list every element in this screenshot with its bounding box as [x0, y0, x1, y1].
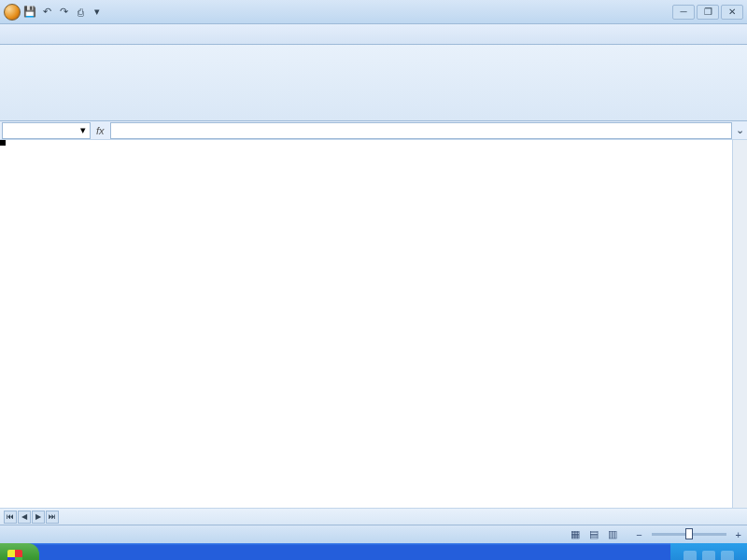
zoom-slider[interactable]: [652, 533, 726, 536]
sheet-nav-prev[interactable]: ◀: [18, 511, 31, 524]
tray-icon[interactable]: [702, 551, 715, 560]
formula-bar-row: ▾ fx ⌄: [0, 121, 747, 140]
vertical-scrollbar[interactable]: [732, 140, 747, 508]
zoom-out-button[interactable]: −: [636, 529, 641, 540]
start-button[interactable]: [0, 543, 39, 560]
windows-taskbar: [0, 543, 747, 560]
tray-icon[interactable]: [721, 551, 734, 560]
redo-icon[interactable]: ↷: [56, 5, 71, 20]
view-layout-icon[interactable]: ▤: [589, 528, 599, 540]
name-box[interactable]: ▾: [2, 122, 91, 139]
sheet-nav-next[interactable]: ▶: [32, 511, 45, 524]
fx-icon[interactable]: fx: [91, 125, 110, 136]
ribbon: [0, 45, 747, 121]
save-icon[interactable]: 💾: [22, 5, 37, 20]
view-break-icon[interactable]: ▥: [608, 528, 617, 540]
quick-access-toolbar: 💾 ↶ ↷ ⎙ ▾: [4, 4, 105, 21]
minimize-button[interactable]: ─: [672, 5, 695, 20]
print-icon[interactable]: ⎙: [73, 5, 88, 20]
restore-button[interactable]: ❐: [697, 5, 719, 20]
status-bar: ▦ ▤ ▥ − +: [0, 525, 747, 543]
office-button[interactable]: [4, 4, 21, 21]
undo-icon[interactable]: ↶: [39, 5, 54, 20]
formula-bar[interactable]: [110, 122, 732, 139]
close-button[interactable]: ✕: [721, 5, 743, 20]
formula-expand-icon[interactable]: ⌄: [732, 124, 747, 136]
spreadsheet-grid[interactable]: [0, 140, 747, 508]
ribbon-tabs: [0, 24, 747, 45]
title-bar: 💾 ↶ ↷ ⎙ ▾ ─ ❐ ✕: [0, 0, 747, 24]
selection-border: [0, 140, 6, 146]
windows-logo-icon: [7, 550, 22, 560]
sheet-nav-last[interactable]: ⏭: [46, 511, 59, 524]
zoom-in-button[interactable]: +: [736, 529, 741, 540]
view-normal-icon[interactable]: ▦: [571, 528, 580, 540]
tray-icon[interactable]: [684, 551, 697, 560]
sheet-nav-first[interactable]: ⏮: [4, 511, 17, 524]
qat-more-icon[interactable]: ▾: [90, 5, 105, 20]
sheet-tab-bar: ⏮ ◀ ▶ ⏭: [0, 508, 747, 525]
system-tray[interactable]: [670, 543, 747, 560]
